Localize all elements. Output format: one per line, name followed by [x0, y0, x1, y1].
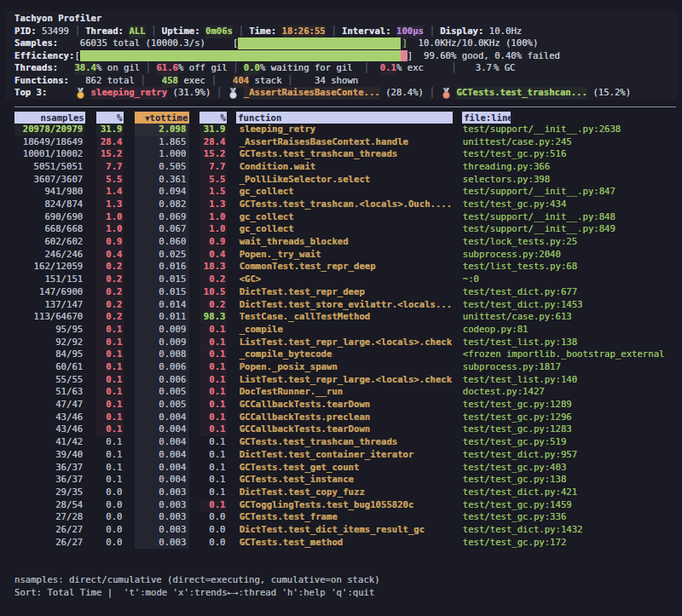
efficiency-bar-close-bracket: ]: [407, 50, 413, 63]
table-row[interactable]: 18649/1864928.41.86528.4_AssertRaisesBas…: [0, 136, 682, 149]
interval-value: 100µs: [396, 26, 424, 38]
table-row[interactable]: 95/950.10.0090.1_compilecodeop.py:81: [0, 324, 682, 337]
table-row[interactable]: 28/540.00.0030.1GCTogglingTests.test_bug…: [0, 499, 682, 512]
column-header-function[interactable]: function: [236, 112, 453, 124]
table-row[interactable]: 26/270.00.0030.0DictTest.test_dict_items…: [0, 524, 682, 537]
uptime-value: 0m06s: [205, 26, 233, 38]
time-label: Time:: [249, 26, 276, 38]
cell-tt: 0.004: [135, 423, 188, 436]
table-row[interactable]: 10001/1000215.21.00015.2GCTests.test_tra…: [0, 148, 682, 161]
table-row[interactable]: 668/6681.00.0671.0gc_collecttest/support…: [0, 223, 682, 236]
table-row[interactable]: 147/69000.20.01510.5DictTest.test_repr_d…: [0, 286, 682, 299]
cell-fn: GCTests.test_frame: [240, 511, 453, 524]
cell-ns: 690/690: [14, 211, 84, 224]
interval-label: Interval:: [342, 26, 391, 38]
column-header-tottime[interactable]: ▼tottime: [135, 112, 189, 124]
top3-third-pct: (15.2%): [592, 87, 631, 100]
cell-fn: DictTest.test_container_iterator: [240, 449, 453, 462]
cell-fn: Condition.wait: [240, 161, 453, 174]
cell-pc: 28.4: [199, 136, 227, 149]
separator: │: [217, 87, 222, 100]
table-row[interactable]: 84/950.10.0080.1_compile_bytecode<frozen…: [0, 348, 682, 361]
cell-ns: 60/61: [14, 361, 84, 374]
functions-total: 862: [85, 75, 101, 88]
cell-fl: codeop.py:81: [463, 324, 681, 337]
efficiency-summary: 99.60% good, 0.40% failed: [424, 50, 560, 63]
table-row[interactable]: 162/120590.20.01618.3CommonTest.test_rep…: [0, 261, 682, 273]
cell-fl: test/test_gc.py:403: [463, 462, 681, 475]
cell-tt: 0.060: [135, 236, 188, 249]
thread-value[interactable]: ALL: [129, 26, 145, 38]
cell-pd: 5.5: [96, 174, 124, 187]
table-row[interactable]: 27/280.00.0030.0GCTests.test_frametest/t…: [0, 511, 682, 524]
column-header-direct-pct[interactable]: %: [96, 112, 124, 124]
table-row[interactable]: 690/6901.00.0691.0gc_collecttest/support…: [0, 211, 682, 224]
table-row[interactable]: 20978/2097931.92.09831.9sleeping_retryte…: [0, 124, 682, 136]
cell-pd: 31.9: [96, 124, 124, 136]
table-row[interactable]: 47/470.10.0050.1GCCallbackTests.tearDown…: [0, 399, 682, 412]
column-header-cumulative-pct[interactable]: %: [199, 112, 228, 124]
cell-fn: DictTest.test_store_evilattr.<locals...: [240, 299, 453, 312]
table-row[interactable]: 55/550.10.0060.1ListTest.test_repr_large…: [0, 374, 682, 387]
table-row[interactable]: 51/630.10.0050.1DocTestRunner.__rundocte…: [0, 386, 682, 399]
samples-progress-bar: [238, 37, 401, 49]
table-row[interactable]: 36/370.10.0040.1GCTests.test_instancetes…: [0, 474, 682, 486]
table-row[interactable]: 151/1510.20.0150.2<GC>~:0: [0, 273, 682, 286]
table-row[interactable]: 246/2460.40.0250.4Popen._try_waitsubproc…: [0, 249, 682, 262]
waiting-gil-text: % waiting for gil: [260, 62, 353, 75]
cell-pd: 1.0: [96, 211, 124, 224]
table-row[interactable]: 137/1470.20.0140.2DictTest.test_store_ev…: [0, 299, 682, 312]
table-row[interactable]: 41/420.10.0040.1GCTests.test_trashcan_th…: [0, 436, 682, 449]
table-row[interactable]: 602/6020.90.0600.9wait_threads_blockedte…: [0, 236, 682, 249]
exception-pct: 0.1: [380, 62, 396, 75]
table-row[interactable]: 824/8741.30.0821.3GCTests.test_trashcan.…: [0, 199, 682, 211]
key-mode[interactable]: 't':mode: [124, 587, 167, 600]
cell-pd: 0.0: [96, 486, 124, 499]
cell-fl: selectors.py:398: [463, 174, 681, 187]
cell-pd: 0.2: [96, 311, 124, 324]
table-row[interactable]: 29/350.00.0030.1DictTest.test_copy_fuzzt…: [0, 486, 682, 499]
cell-pc: 7.7: [199, 161, 227, 174]
table-row[interactable]: 5051/50517.70.5057.7Condition.waitthread…: [0, 161, 682, 174]
table-row[interactable]: 43/460.10.0040.1GCCallbackTests.tearDown…: [0, 423, 682, 436]
table-row[interactable]: 43/460.10.0040.1GCCallbackTests.preclean…: [0, 412, 682, 424]
cell-tt: 0.004: [135, 412, 188, 424]
cell-pc: 0.1: [199, 374, 227, 387]
cell-fl: test/test_gc.py:336: [463, 511, 681, 524]
table-row[interactable]: 3607/36075.50.3615.5_PollLikeSelector.se…: [0, 174, 682, 187]
column-header-file-line[interactable]: file:line: [462, 112, 512, 124]
cell-ns: 43/46: [14, 412, 84, 424]
display-value: 10.0Hz: [489, 26, 522, 38]
cell-fn: ListTest.test_repr_large.<locals>.check: [240, 337, 453, 349]
table-row[interactable]: 36/370.10.0040.1GCTests.test_get_countte…: [0, 462, 682, 475]
key-thread[interactable]: :thread: [238, 587, 276, 600]
cell-pd: 0.1: [96, 462, 124, 475]
cell-fn: Popen._posix_spawn: [240, 361, 453, 374]
key-quit[interactable]: 'q':quit: [331, 587, 374, 600]
cell-fn: DictTest.test_dict_items_result_gc: [240, 524, 453, 537]
key-help[interactable]: 'h':help: [282, 587, 326, 600]
table-row[interactable]: 92/920.10.0090.1ListTest.test_repr_large…: [0, 337, 682, 349]
separator: │: [140, 75, 145, 88]
cell-fn: Popen._try_wait: [240, 249, 453, 262]
table-row[interactable]: 26/270.00.0030.0GCTests.test_methodtest/…: [0, 537, 682, 550]
table-row[interactable]: 39/400.10.0040.1DictTest.test_container_…: [0, 449, 682, 462]
cell-pd: 0.0: [96, 511, 124, 524]
cell-fn: DictTest.test_copy_fuzz: [240, 486, 453, 499]
cell-ns: 26/27: [14, 524, 84, 537]
cell-fl: test/test_gc.py:1459: [463, 499, 681, 512]
cell-fn: gc_collect: [240, 211, 453, 224]
cell-ns: 36/37: [14, 462, 84, 475]
column-header-nsamples[interactable]: nsamples: [14, 112, 85, 124]
table-row[interactable]: 941/9801.40.0941.5gc_collecttest/support…: [0, 186, 682, 199]
cell-pd: 0.1: [96, 449, 124, 462]
separator: │: [238, 26, 243, 38]
cell-pc: 15.2: [199, 148, 227, 161]
key-trends[interactable]: 'x':trends: [173, 587, 228, 600]
cell-ns: 246/246: [14, 249, 84, 262]
cell-tt: 0.004: [135, 474, 188, 486]
table-row[interactable]: 60/610.10.0060.1Popen._posix_spawnsubpro…: [0, 361, 682, 374]
separator: │: [151, 26, 156, 38]
cell-ns: 941/980: [14, 186, 84, 199]
table-row[interactable]: 113/646700.20.01198.3TestCase._callTestM…: [0, 311, 682, 324]
